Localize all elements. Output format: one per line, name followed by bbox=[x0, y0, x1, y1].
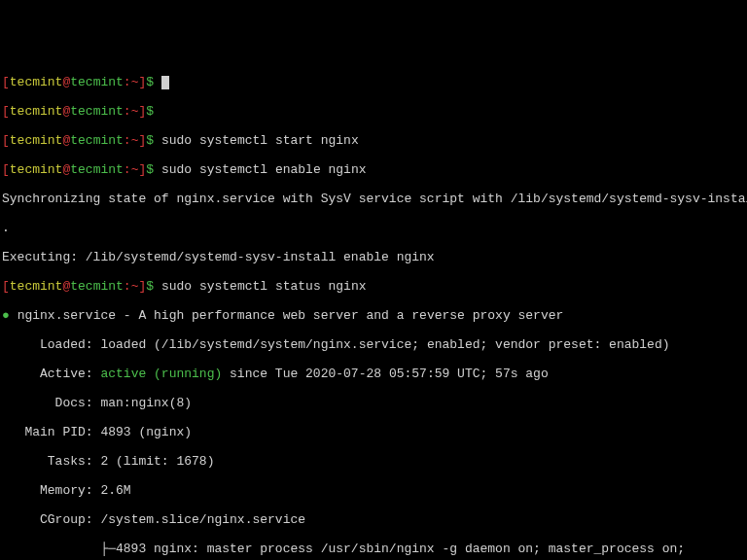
cgroup-label: CGroup: bbox=[2, 512, 100, 527]
prompt-line-2: [tecmint@tecmint:~]$ bbox=[2, 104, 747, 119]
status-pid-line: Main PID: 4893 (nginx) bbox=[2, 425, 747, 439]
cgroup-tree-1: ├─4893 nginx: master process /usr/sbin/n… bbox=[2, 542, 747, 556]
prompt-line-1: [tecmint@tecmint:~]$ bbox=[2, 75, 747, 89]
prompt-path: :~ bbox=[124, 75, 139, 89]
prompt-line-4: [tecmint@tecmint:~]$ sudo systemctl enab… bbox=[2, 162, 747, 177]
command-text: sudo systemctl start nginx bbox=[161, 133, 359, 148]
docs-value: man:nginx(8) bbox=[100, 396, 192, 410]
pid-label: Main PID: bbox=[2, 425, 100, 439]
loaded-label: Loaded: bbox=[2, 337, 100, 352]
output-sync-dot: . bbox=[2, 221, 747, 235]
status-loaded-line: Loaded: loaded (/lib/systemd/system/ngin… bbox=[2, 337, 747, 352]
status-cgroup-line: CGroup: /system.slice/nginx.service bbox=[2, 512, 747, 527]
command-text: sudo systemctl status nginx bbox=[161, 279, 367, 294]
pid-value: 4893 (nginx) bbox=[100, 425, 192, 439]
output-sync: Synchronizing state of nginx.service wit… bbox=[2, 192, 747, 206]
active-label: Active: bbox=[2, 367, 100, 381]
active-since: since Tue 2020-07-28 05:57:59 UTC; 57s a… bbox=[222, 367, 548, 381]
prompt-sep: $ bbox=[146, 75, 154, 89]
prompt-line-5: [tecmint@tecmint:~]$ sudo systemctl stat… bbox=[2, 279, 747, 294]
prompt-host: tecmint bbox=[70, 75, 124, 89]
cgroup-value: /system.slice/nginx.service bbox=[100, 512, 305, 527]
status-memory-line: Memory: 2.6M bbox=[2, 483, 747, 498]
prompt-user: tecmint bbox=[10, 75, 63, 89]
memory-label: Memory: bbox=[2, 483, 100, 498]
status-title: nginx.service - A high performance web s… bbox=[18, 308, 564, 323]
memory-value: 2.6M bbox=[100, 483, 130, 498]
loaded-value: loaded (/lib/systemd/system/nginx.servic… bbox=[100, 337, 669, 352]
prompt-lbrk: [ bbox=[2, 75, 10, 89]
output-exec: Executing: /lib/systemd/systemd-sysv-ins… bbox=[2, 250, 747, 264]
prompt-line-3: [tecmint@tecmint:~]$ sudo systemctl star… bbox=[2, 133, 747, 148]
status-tasks-line: Tasks: 2 (limit: 1678) bbox=[2, 454, 747, 469]
terminal-pane[interactable]: [tecmint@tecmint:~]$ [tecmint@tecmint:~]… bbox=[0, 58, 747, 560]
status-active-line: Active: active (running) since Tue 2020-… bbox=[2, 367, 747, 381]
active-state: active (running) bbox=[100, 367, 222, 381]
status-docs-line: Docs: man:nginx(8) bbox=[2, 396, 747, 410]
bullet-icon: ● bbox=[2, 308, 10, 323]
command-text: sudo systemctl enable nginx bbox=[161, 162, 367, 177]
cursor-icon bbox=[161, 76, 169, 89]
tasks-label: Tasks: bbox=[2, 454, 100, 469]
tasks-value: 2 (limit: 1678) bbox=[100, 454, 214, 469]
status-title-line: ● nginx.service - A high performance web… bbox=[2, 308, 747, 323]
docs-label: Docs: bbox=[2, 396, 100, 410]
